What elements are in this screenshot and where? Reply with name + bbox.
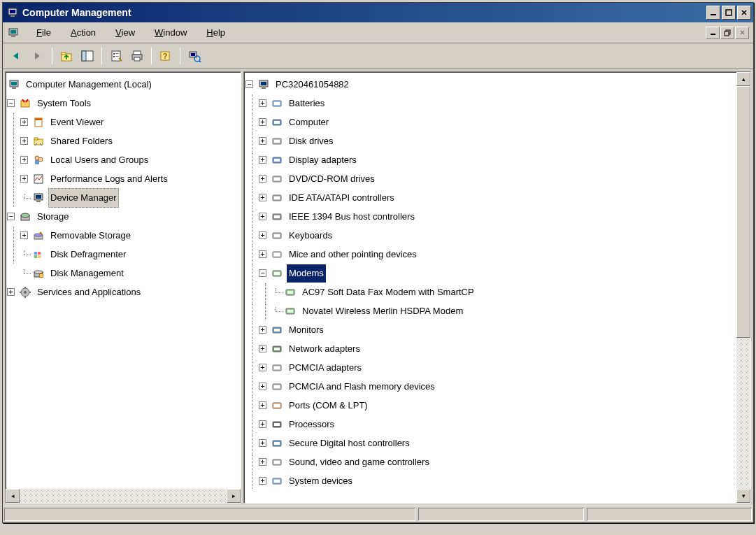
expand-icon[interactable]: + <box>259 250 266 258</box>
svg-rect-60 <box>274 102 280 105</box>
expand-icon[interactable]: + <box>259 175 266 183</box>
mdi-close-button[interactable] <box>735 27 749 39</box>
back-button[interactable] <box>7 46 27 66</box>
tree-node-device-manager[interactable]: Device Manager <box>7 188 239 207</box>
horizontal-scrollbar[interactable]: ◂ ▸ <box>6 489 241 503</box>
scope-tree[interactable]: Computer Management (Local) − System Too… <box>6 72 241 489</box>
device-category[interactable]: +Keyboards <box>245 226 735 245</box>
expand-icon[interactable]: + <box>20 118 28 126</box>
maximize-button[interactable] <box>722 6 736 20</box>
expand-icon[interactable]: + <box>259 156 266 164</box>
scroll-up-button[interactable]: ▴ <box>736 72 750 86</box>
toolbar-separator <box>151 48 152 64</box>
device-category[interactable]: +Mice and other pointing devices <box>245 245 735 264</box>
tree-node-disk-management[interactable]: Disk Management <box>7 264 239 283</box>
tree-node-disk-defragmenter[interactable]: Disk Defragmenter <box>7 245 239 264</box>
device-category[interactable]: +Disk drives <box>245 131 735 150</box>
scroll-left-button[interactable]: ◂ <box>6 489 20 503</box>
menu-help[interactable]: Help <box>197 25 235 40</box>
scan-hardware-button[interactable] <box>185 46 204 66</box>
collapse-icon[interactable]: − <box>245 80 253 88</box>
device-category[interactable]: +PCMCIA and Flash memory devices <box>245 377 735 396</box>
device-category[interactable]: +System devices <box>245 471 735 489</box>
expand-icon[interactable]: + <box>20 137 28 145</box>
expand-icon[interactable]: + <box>259 213 266 220</box>
vertical-scrollbar[interactable]: ▴ ▾ <box>736 72 750 503</box>
tree-node-system-tools[interactable]: − System Tools <box>7 94 239 113</box>
help-button[interactable]: ? <box>156 46 176 66</box>
computer-icon <box>257 78 271 92</box>
status-cell <box>587 508 752 521</box>
expand-icon[interactable]: + <box>259 477 266 485</box>
expand-icon[interactable]: + <box>7 288 15 296</box>
scroll-thumb[interactable] <box>736 86 750 338</box>
device-item[interactable]: Novatel Wireless Merlin HSDPA Modem <box>245 301 735 320</box>
device-category[interactable]: +Display adapters <box>245 150 735 169</box>
svg-rect-49 <box>34 255 37 258</box>
svg-rect-86 <box>274 348 280 350</box>
device-category[interactable]: +Monitors <box>245 320 735 339</box>
forward-button[interactable] <box>28 46 48 66</box>
expand-icon[interactable]: + <box>259 439 266 447</box>
tree-node-services[interactable]: + Services and Applications <box>7 283 239 301</box>
device-category[interactable]: +PCMCIA adapters <box>245 358 735 377</box>
device-category[interactable]: +DVD/CD-ROM drives <box>245 169 735 188</box>
svg-rect-66 <box>274 159 280 162</box>
tree-node-shared-folders[interactable]: + Shared Folders <box>7 131 239 150</box>
show-hide-tree-button[interactable] <box>78 46 97 66</box>
expand-icon[interactable]: + <box>259 99 266 107</box>
menu-action[interactable]: Action <box>61 25 106 40</box>
scroll-right-button[interactable]: ▸ <box>227 489 241 503</box>
expand-icon[interactable]: + <box>20 156 28 164</box>
tree-node-removable-storage[interactable]: + Removable Storage <box>7 226 239 245</box>
collapse-icon[interactable]: − <box>7 213 15 220</box>
expand-icon[interactable]: + <box>259 345 266 352</box>
collapse-icon[interactable]: − <box>7 99 15 107</box>
tree-node-event-viewer[interactable]: + Event Viewer <box>7 113 239 131</box>
expand-icon[interactable]: + <box>259 458 266 466</box>
mdi-restore-button[interactable] <box>720 27 734 39</box>
tree-node-storage[interactable]: − Storage <box>7 207 239 226</box>
expand-icon[interactable]: + <box>259 137 266 145</box>
device-category[interactable]: +Secure Digital host controllers <box>245 434 735 452</box>
menu-view[interactable]: View <box>106 25 145 40</box>
close-button[interactable] <box>737 6 751 20</box>
expand-icon[interactable]: + <box>259 194 266 201</box>
device-category[interactable]: +Computer <box>245 113 735 131</box>
tree-node-local-users[interactable]: + Local Users and Groups <box>7 150 239 169</box>
device-category[interactable]: +Sound, video and game controllers <box>245 452 735 471</box>
svg-rect-78 <box>274 272 280 275</box>
menu-file[interactable]: File <box>27 25 61 40</box>
expand-icon[interactable]: + <box>259 383 266 390</box>
expand-icon[interactable]: + <box>259 326 266 334</box>
up-button[interactable] <box>57 46 76 66</box>
minimize-button[interactable] <box>706 6 720 20</box>
device-category[interactable]: +Ports (COM & LPT) <box>245 396 735 415</box>
scroll-down-button[interactable]: ▾ <box>736 489 750 503</box>
device-category[interactable]: +Batteries <box>245 94 735 113</box>
properties-button[interactable] <box>106 46 126 66</box>
expand-icon[interactable]: + <box>20 175 28 183</box>
tree-root-computer-management[interactable]: Computer Management (Local) <box>7 75 239 94</box>
expand-icon[interactable]: + <box>259 401 266 409</box>
expand-icon[interactable]: + <box>259 420 266 428</box>
device-category[interactable]: +Network adapters <box>245 339 735 358</box>
menu-window[interactable]: Window <box>145 25 197 40</box>
mdi-minimize-button[interactable] <box>706 27 720 39</box>
device-category[interactable]: +Processors <box>245 415 735 434</box>
titlebar[interactable]: Computer Management <box>3 3 753 22</box>
device-category[interactable]: +IDE ATA/ATAPI controllers <box>245 188 735 207</box>
print-button[interactable] <box>127 46 147 66</box>
device-tree[interactable]: −PC320461054882+Batteries+Computer+Disk … <box>244 72 750 489</box>
expand-icon[interactable]: + <box>259 118 266 126</box>
device-category[interactable]: +IEEE 1394 Bus host controllers <box>245 207 735 226</box>
collapse-icon[interactable]: − <box>259 269 266 277</box>
expand-icon[interactable]: + <box>259 364 266 371</box>
device-tree-root[interactable]: −PC320461054882 <box>245 75 735 94</box>
device-category[interactable]: −Modems <box>245 264 735 283</box>
device-category-icon <box>270 455 284 469</box>
tree-node-performance[interactable]: + Performance Logs and Alerts <box>7 169 239 188</box>
expand-icon[interactable]: + <box>20 231 28 239</box>
expand-icon[interactable]: + <box>259 231 266 239</box>
device-item[interactable]: AC97 Soft Data Fax Modem with SmartCP <box>245 283 735 301</box>
